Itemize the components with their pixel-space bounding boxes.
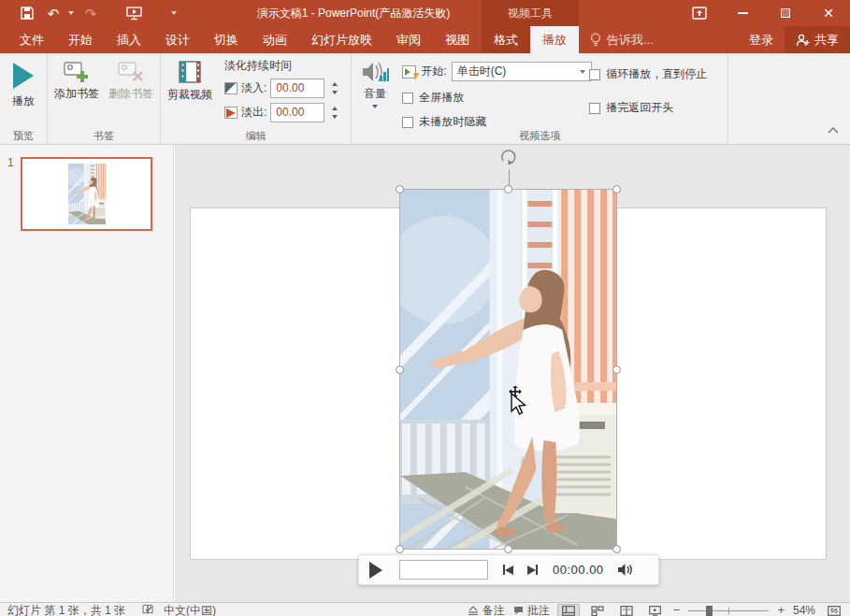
- hide-when-idle-checkbox: [402, 117, 413, 128]
- sign-in-button[interactable]: 登录: [738, 26, 785, 53]
- resize-handle-top-center[interactable]: [504, 185, 512, 193]
- fade-out-input[interactable]: 00.00: [270, 103, 324, 122]
- rewind-label: 播完返回开头: [606, 100, 673, 116]
- media-control-bar: 00:00.00: [358, 554, 659, 585]
- video-frame-image: [400, 190, 616, 549]
- view-slideshow-button[interactable]: [645, 605, 665, 616]
- window-controls: ✕: [678, 0, 850, 26]
- close-button[interactable]: ✕: [807, 0, 850, 26]
- tell-me-box[interactable]: 告诉我...: [579, 26, 665, 53]
- rewind-checkbox: [589, 103, 600, 114]
- comments-button[interactable]: 批注: [513, 604, 550, 616]
- trim-video-icon: [176, 60, 204, 85]
- volume-button[interactable]: 音量: [353, 55, 396, 130]
- tab-format[interactable]: 格式: [482, 26, 530, 53]
- add-bookmark-button[interactable]: 添加书签: [50, 55, 104, 100]
- rotate-handle[interactable]: [498, 149, 519, 169]
- resize-handle-middle-left[interactable]: [396, 365, 404, 374]
- video-options-panel: 开始: 单击时(C) 全屏播放 未播放时隐藏: [396, 55, 726, 130]
- fit-slide-to-window-button[interactable]: [824, 605, 844, 616]
- start-slideshow-icon: [126, 7, 142, 21]
- slide-counter: 幻灯片 第 1 张，共 1 张: [7, 604, 125, 616]
- tab-transitions[interactable]: 切换: [202, 26, 251, 53]
- comments-icon: [513, 606, 524, 615]
- zoom-in-button[interactable]: +: [777, 606, 785, 615]
- view-normal-button[interactable]: [558, 605, 579, 616]
- main-area: 1: [0, 145, 850, 602]
- player-move-back-button[interactable]: [503, 565, 513, 575]
- resize-handle-bottom-center[interactable]: [504, 545, 512, 553]
- group-label-video-options: 视频选项: [352, 129, 728, 143]
- play-preview-button[interactable]: 播放: [2, 55, 45, 107]
- zoom-slider-knob[interactable]: [706, 606, 713, 616]
- play-preview-label: 播放: [12, 94, 35, 107]
- video-object[interactable]: [400, 190, 616, 549]
- title-bar: ↶ ↷ 演示文稿1 - PowerPoint(产品激活失败) 视频工具 ✕: [0, 0, 850, 26]
- resize-handle-top-right[interactable]: [612, 185, 621, 193]
- slide-thumbnail[interactable]: [21, 157, 152, 231]
- resize-handle-bottom-right[interactable]: [612, 545, 621, 553]
- rewind-checkbox-row[interactable]: 播完返回开头: [589, 100, 673, 116]
- zoom-level[interactable]: 54%: [793, 604, 815, 616]
- resize-handle-bottom-left[interactable]: [396, 545, 404, 553]
- contextual-tab-group-label: 视频工具: [482, 0, 579, 26]
- tab-review[interactable]: 审阅: [384, 26, 433, 53]
- loop-checkbox: [589, 69, 600, 80]
- fullscreen-checkbox-row[interactable]: 全屏播放: [402, 90, 726, 106]
- loop-checkbox-row[interactable]: 循环播放，直到停止: [589, 66, 707, 82]
- fullscreen-checkbox: [402, 93, 413, 104]
- tab-view[interactable]: 视图: [433, 26, 482, 53]
- start-slideshow-button[interactable]: [120, 0, 148, 26]
- player-volume-button[interactable]: [617, 563, 633, 577]
- tab-animations[interactable]: 动画: [251, 26, 299, 53]
- minimize-button[interactable]: [721, 0, 764, 26]
- tab-insert[interactable]: 插入: [105, 26, 153, 53]
- fullscreen-label: 全屏播放: [419, 90, 464, 106]
- add-bookmark-icon: [63, 60, 91, 84]
- fade-in-input[interactable]: 00.00: [270, 79, 324, 98]
- hide-when-idle-label: 未播放时隐藏: [419, 114, 486, 130]
- share-button[interactable]: 共享: [785, 26, 850, 53]
- spellcheck-button[interactable]: [142, 604, 154, 615]
- maximize-button[interactable]: [764, 0, 807, 26]
- ribbon-empty-area: [728, 53, 850, 144]
- tab-row-spacer: [665, 26, 738, 53]
- undo-dropdown[interactable]: [65, 0, 77, 26]
- fade-in-stepper[interactable]: [328, 82, 341, 94]
- chevron-down-icon: [171, 11, 177, 15]
- fade-out-label: 淡出:: [241, 105, 267, 121]
- view-reading-button[interactable]: [616, 605, 637, 616]
- group-preview: 播放 预览: [0, 53, 48, 144]
- tab-slideshow[interactable]: 幻灯片放映: [299, 26, 384, 53]
- fade-out-icon: [224, 107, 238, 119]
- tab-file[interactable]: 文件: [7, 26, 56, 53]
- player-play-button[interactable]: [369, 562, 382, 579]
- player-progress-bar[interactable]: [399, 560, 488, 580]
- notes-button[interactable]: 备注: [468, 604, 505, 616]
- language-indicator[interactable]: 中文(中国): [164, 604, 216, 616]
- resize-handle-top-left[interactable]: [396, 185, 404, 193]
- group-label-editing: 编辑: [161, 129, 351, 143]
- collapse-ribbon-button[interactable]: [828, 123, 839, 136]
- ribbon-display-options-button[interactable]: [678, 0, 721, 26]
- hide-when-idle-checkbox-row[interactable]: 未播放时隐藏: [402, 114, 726, 130]
- resize-handle-middle-right[interactable]: [612, 365, 621, 374]
- tab-home[interactable]: 开始: [56, 26, 105, 53]
- trim-video-button[interactable]: 剪裁视频: [163, 55, 217, 127]
- tab-design[interactable]: 设计: [153, 26, 202, 53]
- player-move-forward-button[interactable]: [527, 565, 538, 575]
- ribbon-playback: 播放 预览 添加书签 删除书签 书签 剪裁视频: [0, 53, 850, 145]
- customize-qat-dropdown[interactable]: [168, 0, 180, 26]
- zoom-out-button[interactable]: −: [673, 606, 681, 615]
- view-slide-sorter-button[interactable]: [587, 605, 608, 616]
- undo-button[interactable]: ↶: [41, 0, 65, 26]
- ribbon-display-options-icon: [692, 7, 707, 20]
- save-button[interactable]: [13, 0, 41, 26]
- start-dropdown[interactable]: 单击时(C): [452, 62, 592, 81]
- fade-out-stepper[interactable]: [328, 107, 341, 119]
- zoom-slider[interactable]: [688, 606, 769, 616]
- save-icon: [21, 7, 34, 20]
- tab-playback[interactable]: 播放: [530, 26, 579, 53]
- player-time: 00:00.00: [553, 563, 604, 577]
- loop-label: 循环播放，直到停止: [606, 66, 707, 82]
